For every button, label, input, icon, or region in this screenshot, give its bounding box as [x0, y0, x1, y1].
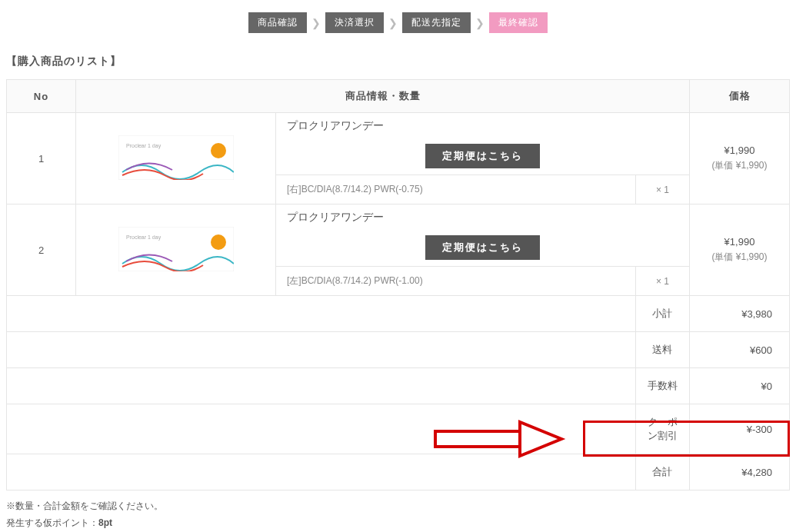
summary-value: ¥3,980 — [690, 296, 790, 332]
table-row: 2 Proclear 1 day プロクリアワンデー 定期便はこちら — [7, 204, 790, 267]
step-1: 商品確認 — [248, 12, 307, 33]
chevron-icon: ❯ — [387, 17, 399, 29]
note-line-1: ※数量・合計金額をご確認ください。 — [6, 498, 790, 515]
summary-label: クーポン割引 — [635, 404, 689, 454]
cart-table: No 商品情報・数量 価格 1 Proclear 1 day — [6, 79, 790, 490]
step-4: 最終確認 — [489, 12, 548, 33]
summary-subtotal-row: 小計 ¥3,980 — [7, 296, 790, 332]
progress-stepper: 商品確認 ❯ 決済選択 ❯ 配送先指定 ❯ 最終確認 — [6, 12, 790, 33]
spec-cell: [右]BC/DIA(8.7/14.2) PWR(-0.75) — [276, 175, 636, 204]
summary-value: ¥-300 — [690, 404, 790, 454]
summary-value: ¥0 — [690, 368, 790, 404]
step-2: 決済選択 — [325, 12, 384, 33]
summary-total-row: 合計 ¥4,280 — [7, 454, 790, 490]
summary-fee-row: 手数料 ¥0 — [7, 368, 790, 404]
qty-cell: × 1 — [635, 267, 689, 296]
notes: ※数量・合計金額をご確認ください。 発生する仮ポイント：8pt — [6, 498, 790, 531]
svg-text:Proclear 1 day: Proclear 1 day — [126, 143, 162, 149]
product-info-cell: プロクリアワンデー 定期便はこちら — [276, 113, 690, 175]
summary-shipping-row: 送料 ¥600 — [7, 332, 790, 368]
chevron-icon: ❯ — [474, 17, 486, 29]
svg-point-1 — [211, 143, 226, 158]
table-row: 1 Proclear 1 day プロクリアワンデー 定期便はこちら — [7, 113, 790, 175]
th-no: No — [7, 80, 76, 113]
unit-price: (単価 ¥1,990) — [701, 251, 778, 264]
price-cell: ¥1,990 (単価 ¥1,990) — [690, 204, 790, 296]
subscription-button[interactable]: 定期便はこちら — [425, 144, 540, 168]
qty-cell: × 1 — [635, 175, 689, 204]
summary-value: ¥4,280 — [690, 454, 790, 490]
product-image: Proclear 1 day — [76, 113, 276, 204]
product-image: Proclear 1 day — [76, 204, 276, 296]
section-title: 【購入商品のリスト】 — [6, 55, 790, 68]
row-number: 1 — [7, 113, 76, 204]
summary-label: 小計 — [635, 296, 689, 332]
row-number: 2 — [7, 204, 76, 296]
spec-cell: [左]BC/DIA(8.7/14.2) PWR(-1.00) — [276, 267, 636, 296]
unit-price: (単価 ¥1,990) — [701, 159, 778, 172]
summary-label: 手数料 — [635, 368, 689, 404]
svg-text:Proclear 1 day: Proclear 1 day — [126, 234, 162, 241]
product-thumbnail-icon: Proclear 1 day — [118, 135, 234, 180]
price: ¥1,990 — [701, 236, 778, 248]
product-name: プロクリアワンデー — [287, 119, 678, 133]
summary-label: 合計 — [635, 454, 689, 490]
th-price: 価格 — [690, 80, 790, 113]
price: ¥1,990 — [701, 145, 778, 156]
product-thumbnail-icon: Proclear 1 day — [118, 227, 234, 271]
summary-label: 送料 — [635, 332, 689, 368]
summary-value: ¥600 — [690, 332, 790, 368]
subscription-button[interactable]: 定期便はこちら — [425, 235, 540, 260]
th-info: 商品情報・数量 — [76, 80, 690, 113]
step-3: 配送先指定 — [402, 12, 471, 33]
product-info-cell: プロクリアワンデー 定期便はこちら — [276, 204, 690, 267]
summary-coupon-row: クーポン割引 ¥-300 — [7, 404, 790, 454]
product-name: プロクリアワンデー — [287, 211, 678, 224]
note-line-2: 発生する仮ポイント：8pt — [6, 515, 790, 532]
svg-point-4 — [211, 234, 226, 250]
chevron-icon: ❯ — [310, 17, 322, 29]
price-cell: ¥1,990 (単価 ¥1,990) — [690, 113, 790, 204]
